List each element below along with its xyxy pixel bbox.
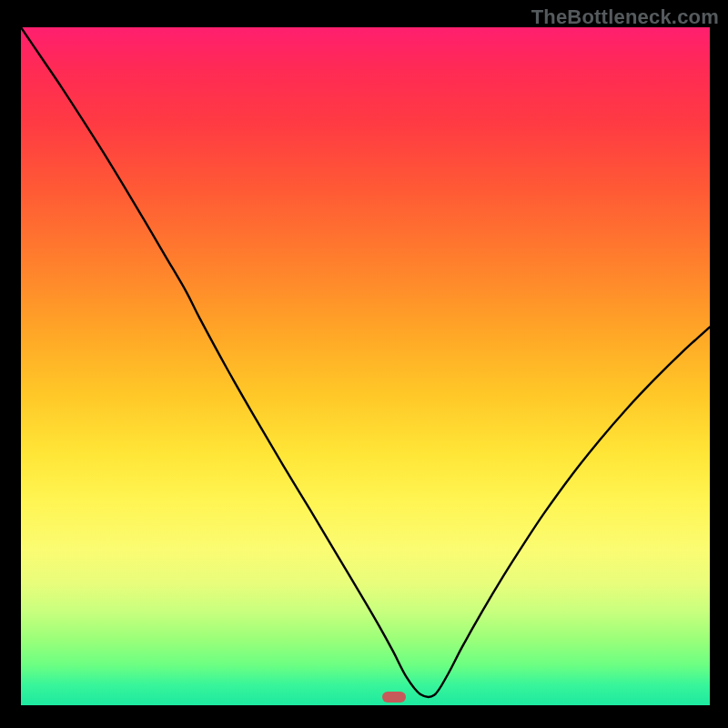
plot-area xyxy=(21,27,710,705)
chart-stage: TheBottleneck.com xyxy=(0,0,728,728)
bottleneck-curve xyxy=(21,27,710,697)
watermark-text: TheBottleneck.com xyxy=(531,5,719,29)
marker-pill xyxy=(382,692,406,703)
curve-svg xyxy=(21,27,710,705)
